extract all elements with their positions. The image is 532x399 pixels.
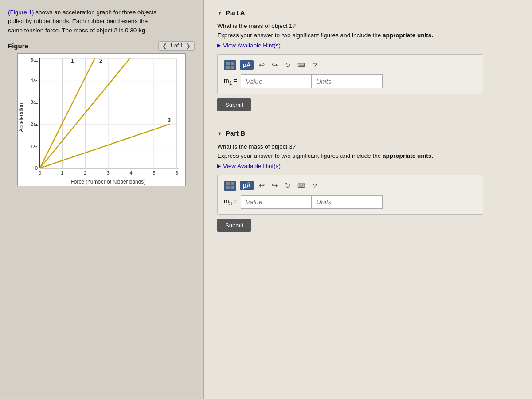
part-a-instruction: Express your answer to two significant f…: [217, 32, 519, 39]
part-b-units-input[interactable]: [312, 195, 383, 209]
reset-btn-a[interactable]: ↻: [283, 60, 292, 70]
svg-text:5a₁: 5a₁: [30, 57, 37, 63]
figure-area: Figure ❮ 1 of 1 ❯: [8, 41, 195, 395]
undo-btn-a[interactable]: ↩: [257, 60, 266, 70]
keyboard-btn-b[interactable]: ⌨: [296, 181, 308, 190]
part-b-value-input[interactable]: [241, 195, 312, 209]
part-a-hint-arrow: ▶: [217, 43, 221, 48]
svg-rect-34: [226, 62, 230, 65]
part-b-section: ▼ Part B What is the mass of object 3? E…: [217, 129, 519, 232]
redo-btn-a[interactable]: ↪: [270, 60, 279, 70]
svg-text:6: 6: [175, 170, 178, 176]
figure-link[interactable]: (Figure 1): [8, 9, 34, 16]
svg-rect-38: [226, 182, 230, 185]
svg-text:1a₁: 1a₁: [30, 143, 37, 149]
part-a-question: What is the mass of object 1?: [217, 23, 519, 29]
undo-btn-b[interactable]: ↩: [257, 180, 266, 191]
part-b-toolbar: μÂ ↩ ↪ ↻ ⌨ ?: [224, 180, 477, 191]
svg-text:5: 5: [153, 170, 155, 176]
part-a-hint-label: View Available Hint(s): [223, 42, 281, 49]
part-b-submit-button[interactable]: Submit: [217, 219, 251, 232]
mu-btn-b[interactable]: μÂ: [240, 181, 254, 190]
part-b-input-row: m3 =: [224, 195, 477, 209]
svg-text:3: 3: [168, 117, 171, 123]
part-b-answer-box: μÂ ↩ ↪ ↻ ⌨ ? m3 =: [217, 175, 483, 215]
svg-text:2a₁: 2a₁: [30, 121, 37, 127]
keyboard-btn-a[interactable]: ⌨: [296, 61, 308, 69]
figure-label: Figure: [8, 42, 28, 50]
svg-rect-41: [231, 186, 234, 189]
part-b-instruction: Express your answer to two significant f…: [217, 153, 519, 159]
part-a-answer-box: μÂ ↩ ↪ ↻ ⌨ ? m1 =: [217, 54, 483, 94]
svg-text:2: 2: [84, 170, 86, 176]
part-b-hint-link[interactable]: ▶ View Available Hint(s): [217, 163, 519, 169]
part-a-input-label: m1 =: [224, 77, 237, 86]
part-a-section: ▼ Part A What is the mass of object 1? E…: [217, 9, 519, 111]
svg-text:3: 3: [106, 170, 109, 176]
part-b-header[interactable]: ▼ Part B: [217, 129, 519, 137]
figure-nav-text: 1 of 1: [170, 43, 183, 49]
svg-text:1: 1: [70, 57, 74, 64]
matrix-btn-a[interactable]: [224, 60, 236, 70]
part-a-header[interactable]: ▼ Part A: [217, 9, 519, 16]
svg-rect-40: [226, 186, 230, 189]
part-a-arrow: ▼: [217, 10, 222, 16]
svg-rect-37: [231, 66, 234, 69]
part-b-input-label: m3 =: [224, 198, 237, 206]
svg-rect-36: [226, 66, 230, 69]
svg-rect-35: [231, 62, 234, 65]
svg-text:0: 0: [38, 170, 41, 176]
svg-rect-39: [231, 182, 234, 185]
figure-prev-button[interactable]: ❮: [161, 43, 168, 49]
part-a-hint-link[interactable]: ▶ View Available Hint(s): [217, 42, 519, 49]
svg-text:Acceleration: Acceleration: [18, 103, 24, 132]
svg-text:1: 1: [61, 170, 63, 176]
figure-next-button[interactable]: ❯: [185, 43, 192, 49]
svg-text:3a₁: 3a₁: [30, 99, 37, 105]
part-a-submit-button[interactable]: Submit: [217, 98, 251, 111]
svg-text:4a₁: 4a₁: [30, 77, 37, 82]
part-b-arrow: ▼: [217, 131, 222, 136]
svg-text:2: 2: [99, 57, 102, 64]
figure-header: Figure ❮ 1 of 1 ❯: [8, 41, 195, 51]
matrix-btn-b[interactable]: [224, 181, 236, 191]
mu-btn-a[interactable]: μÂ: [240, 60, 254, 70]
graph-container: 0 1a₁ 2a₁ 3a₁ 4a₁ 5a₁ 0 1 2 3 4 5 6 Forc…: [17, 53, 186, 186]
part-b-hint-label: View Available Hint(s): [223, 163, 281, 169]
acceleration-graph: 0 1a₁ 2a₁ 3a₁ 4a₁ 5a₁ 0 1 2 3 4 5 6 Forc…: [18, 54, 185, 186]
part-a-toolbar: μÂ ↩ ↪ ↻ ⌨ ?: [224, 60, 477, 70]
right-panel: ▼ Part A What is the mass of object 1? E…: [204, 0, 532, 399]
part-b-hint-arrow: ▶: [217, 163, 221, 169]
svg-text:Force (number of rubber bands): Force (number of rubber bands): [70, 179, 145, 185]
part-b-question: What is the mass of object 3?: [217, 143, 519, 150]
part-a-units-input[interactable]: [312, 74, 383, 88]
figure-nav: ❮ 1 of 1 ❯: [158, 41, 195, 51]
redo-btn-b[interactable]: ↪: [270, 180, 279, 191]
svg-text:0: 0: [35, 165, 37, 171]
help-btn-a[interactable]: ?: [311, 60, 318, 70]
part-a-value-input[interactable]: [241, 74, 312, 88]
help-btn-b[interactable]: ?: [311, 181, 318, 190]
problem-text: (Figure 1) shows an acceleration graph f…: [8, 8, 195, 35]
parts-divider: [217, 122, 519, 122]
svg-text:4: 4: [129, 170, 132, 176]
part-b-title: Part B: [226, 129, 245, 137]
left-panel: (Figure 1) shows an acceleration graph f…: [0, 0, 204, 399]
reset-btn-b[interactable]: ↻: [283, 180, 292, 191]
part-a-input-row: m1 =: [224, 74, 477, 88]
part-a-title: Part A: [226, 9, 245, 16]
